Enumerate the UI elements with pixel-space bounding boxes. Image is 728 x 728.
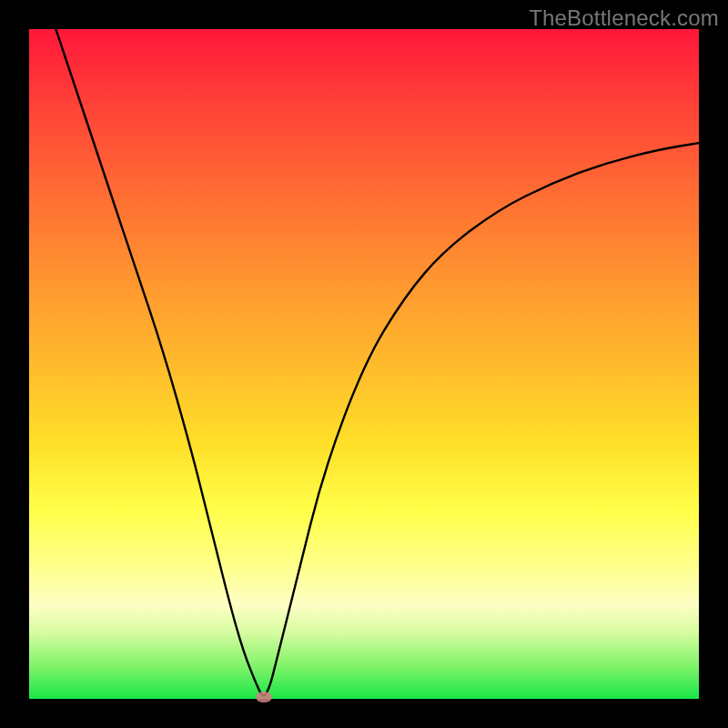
- plot-area: [29, 29, 699, 699]
- chart-frame: TheBottleneck.com: [0, 0, 728, 728]
- bottleneck-curve: [29, 29, 699, 699]
- watermark-text: TheBottleneck.com: [529, 5, 719, 31]
- sweet-spot-dot: [256, 692, 272, 703]
